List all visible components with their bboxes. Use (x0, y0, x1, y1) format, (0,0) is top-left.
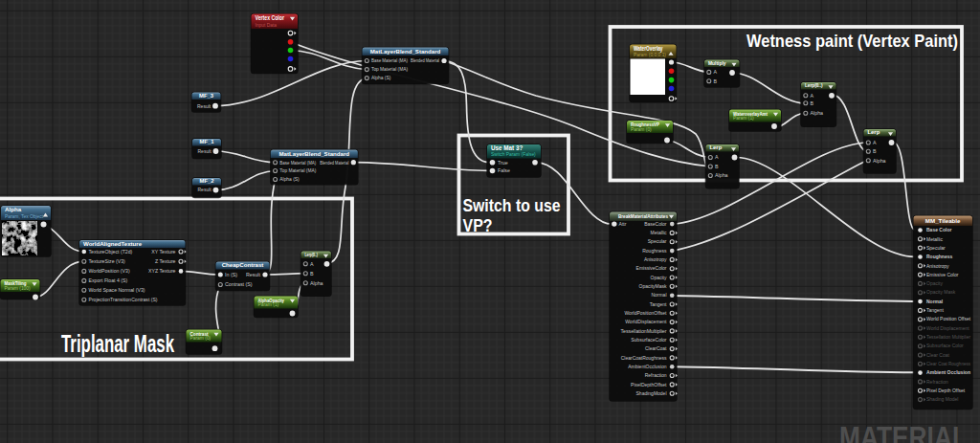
svg-text:Base Color: Base Color (926, 227, 951, 233)
svg-text:Metallic: Metallic (651, 230, 667, 235)
svg-text:Alpha: Alpha (5, 206, 22, 212)
svg-text:Alpha (S): Alpha (S) (371, 76, 391, 80)
svg-text:Ambient Occlusion: Ambient Occlusion (926, 369, 970, 375)
svg-text:Result: Result (246, 272, 261, 277)
svg-text:CheapContrast: CheapContrast (222, 261, 264, 268)
svg-text:Shading Model: Shading Model (926, 396, 958, 402)
svg-text:Alpha: Alpha (310, 280, 323, 286)
svg-text:Opacity: Opacity (926, 280, 943, 286)
svg-text:WorldPositionOffset: WorldPositionOffset (624, 310, 667, 316)
svg-text:Blended Material: Blended Material (411, 58, 439, 63)
svg-text:Anisotropy: Anisotropy (926, 263, 949, 269)
svg-text:ClearCoatRoughness: ClearCoatRoughness (621, 355, 667, 361)
svg-text:OpacityMask: OpacityMask (639, 283, 667, 289)
svg-text:Refraction: Refraction (926, 379, 948, 385)
svg-text:MM_Tileable: MM_Tileable (925, 217, 961, 224)
svg-text:Tessellation Multiplier: Tessellation Multiplier (926, 334, 970, 340)
svg-text:Anisotropy: Anisotropy (644, 256, 667, 262)
svg-text:Alpha: Alpha (873, 158, 886, 164)
svg-text:B: B (715, 164, 719, 169)
svg-text:WorldAlignedTexture: WorldAlignedTexture (83, 240, 143, 247)
svg-text:XY Texture: XY Texture (151, 249, 175, 255)
svg-text:Metallic: Metallic (926, 236, 943, 242)
svg-text:ProjectionTransitionContrast (: ProjectionTransitionContrast (S) (89, 297, 158, 302)
svg-text:Param, Tex Object: Param, Tex Object (5, 214, 44, 219)
svg-text:Result: Result (198, 148, 212, 154)
svg-text:SubsurfaceColor: SubsurfaceColor (631, 337, 667, 343)
svg-text:TextureSize (V3): TextureSize (V3) (89, 258, 126, 264)
svg-text:A: A (715, 154, 719, 160)
svg-text:Alpha: Alpha (811, 110, 824, 116)
svg-text:Param (0,0,0,1): Param (0,0,0,1) (634, 53, 666, 57)
svg-text:Roughness: Roughness (642, 248, 667, 254)
svg-text:Use Mat 3?: Use Mat 3? (491, 144, 523, 151)
svg-text:Refraction: Refraction (645, 372, 667, 378)
svg-text:A: A (310, 261, 314, 267)
svg-text:Param (1): Param (1) (733, 116, 754, 121)
svg-text:Subsurface Color: Subsurface Color (926, 343, 964, 348)
svg-text:In (S): In (S) (225, 272, 237, 277)
svg-text:Top Material (MA): Top Material (MA) (371, 67, 408, 72)
svg-text:MF_2: MF_2 (199, 178, 214, 184)
svg-text:ShadingModel: ShadingModel (636, 390, 667, 396)
svg-text:Base Material (MA): Base Material (MA) (371, 58, 408, 63)
svg-text:World Displacement: World Displacement (926, 325, 969, 331)
svg-text:WorldDisplacement: WorldDisplacement (625, 319, 667, 324)
svg-text:Opacity Mask: Opacity Mask (926, 289, 956, 295)
svg-text:False: False (498, 167, 510, 173)
svg-text:BreakMaterialAttributes: BreakMaterialAttributes (618, 213, 668, 219)
svg-text:WorldPosition (V3): WorldPosition (V3) (89, 268, 130, 274)
svg-text:MatLayerBlend_Standard: MatLayerBlend_Standard (370, 48, 441, 55)
svg-text:A: A (873, 140, 877, 145)
svg-text:Param (0): Param (0) (631, 127, 652, 132)
svg-text:MATERIAL: MATERIAL (839, 421, 968, 443)
svg-text:PixelDepthOffset: PixelDepthOffset (631, 382, 667, 388)
svg-text:Clear Coat: Clear Coat (926, 352, 950, 358)
svg-text:Result: Result (198, 187, 212, 192)
svg-text:WaterOverlay: WaterOverlay (634, 45, 663, 53)
svg-text:Clear Coat Roughness: Clear Coat Roughness (926, 361, 970, 366)
svg-text:Opacity: Opacity (651, 275, 667, 280)
svg-text:World Space Normal (V3): World Space Normal (V3) (89, 287, 145, 293)
svg-text:Input Data: Input Data (256, 23, 278, 28)
svg-text:MF_1: MF_1 (199, 139, 214, 144)
svg-text:MF_3: MF_3 (199, 93, 214, 99)
svg-text:Multiply: Multiply (708, 60, 726, 66)
svg-text:Normal: Normal (926, 299, 944, 304)
svg-text:Alpha (S): Alpha (S) (279, 177, 300, 182)
svg-text:Blended Material: Blended Material (320, 161, 348, 166)
svg-text:Lerp(0..): Lerp(0..) (805, 82, 823, 88)
svg-text:Param (1): Param (1) (258, 302, 279, 307)
svg-text:Export Float 4 (S): Export Float 4 (S) (89, 277, 128, 283)
svg-text:Pixel Depth Offset: Pixel Depth Offset (926, 388, 966, 393)
svg-text:Attr: Attr (619, 221, 627, 227)
svg-text:EmissiveColor: EmissiveColor (636, 265, 667, 271)
svg-text:B: B (873, 148, 877, 154)
svg-text:Triplanar Mask: Triplanar Mask (61, 330, 175, 357)
svg-text:AmbientOcclusion: AmbientOcclusion (628, 364, 667, 369)
svg-text:MatLayerBlend_Standard: MatLayerBlend_Standard (279, 150, 350, 157)
svg-text:Specular: Specular (926, 245, 946, 251)
svg-text:VP?: VP? (463, 216, 493, 235)
svg-text:Base Material (MA): Base Material (MA) (279, 161, 316, 166)
svg-text:Top Material (MA): Top Material (MA) (279, 168, 316, 173)
svg-text:A: A (811, 93, 814, 99)
svg-text:B: B (310, 271, 314, 277)
svg-text:Wetness paint (Vertex Paint): Wetness paint (Vertex Paint) (746, 31, 958, 51)
svg-text:Alpha: Alpha (715, 172, 728, 178)
svg-text:Lerp: Lerp (710, 144, 723, 150)
svg-text:Lerp: Lerp (868, 129, 880, 135)
svg-text:Contrast (S): Contrast (S) (225, 281, 253, 287)
svg-text:Emissive Color: Emissive Color (926, 272, 959, 277)
svg-text:Vertex Color: Vertex Color (256, 14, 285, 21)
svg-text:Param (100): Param (100) (5, 286, 32, 291)
svg-text:TextureObject (T2d): TextureObject (T2d) (89, 249, 133, 255)
svg-text:Param (0): Param (0) (190, 336, 212, 341)
svg-text:Z Texture: Z Texture (155, 258, 176, 264)
svg-text:Normal: Normal (651, 292, 666, 298)
svg-text:Tangent: Tangent (926, 307, 944, 313)
svg-text:TessellationMultiplier: TessellationMultiplier (621, 328, 667, 334)
svg-text:Result: Result (197, 103, 212, 109)
svg-text:XYZ Texture: XYZ Texture (148, 268, 176, 274)
svg-text:B: B (714, 78, 718, 84)
